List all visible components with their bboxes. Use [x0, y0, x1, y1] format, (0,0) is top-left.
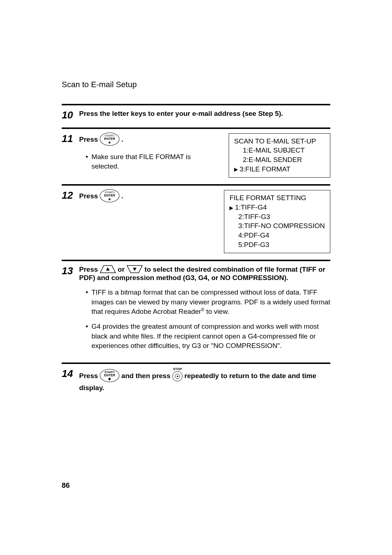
lcd-line: 1:E-MAIL SUBJECT: [234, 146, 325, 155]
page-title: Scan to E-mail Setup: [62, 80, 330, 89]
step-14: 14 Press START/ ENTER ◈ and then press S…: [62, 368, 330, 392]
lcd-line: 4:PDF-G4: [229, 231, 325, 240]
lcd-line: 2:E-MAIL SENDER: [234, 155, 325, 165]
stop-button-icon: STOP: [172, 368, 183, 383]
start-enter-button-icon: START/ ENTER ◈: [100, 189, 119, 202]
divider: [62, 127, 330, 129]
step-10: 10 Press the letter keys to enter your e…: [62, 110, 330, 121]
down-arrow-key-icon: [127, 265, 143, 273]
divider: [62, 184, 330, 186]
svg-marker-3: [133, 268, 136, 271]
lcd-line: 2:TIFF-G3: [229, 212, 325, 222]
step-number: 12: [62, 190, 79, 201]
lcd-line-selected: ▶3:FILE FORMAT: [234, 165, 325, 174]
press-label: Press: [79, 135, 98, 143]
step-13-bullet-1: TIFF is a bitmap format that can be comp…: [86, 288, 330, 317]
divider: [62, 260, 330, 261]
step-10-text: Press the letter keys to enter your e-ma…: [79, 110, 283, 117]
step-13-lead: Press or to select the desired combinati…: [79, 266, 330, 282]
period: .: [121, 192, 123, 200]
step-11: 11 Press START/ ENTER ◈ . Make sure that…: [62, 133, 330, 178]
step-13: 13 Press or to select the desire: [62, 266, 330, 356]
step-13-bullet-2: G4 provides the greatest amount of compr…: [86, 322, 330, 351]
step-12: 12 Press START/ ENTER ◈ . FILE FORMAT SE…: [62, 190, 330, 253]
triangle-right-icon: ▶: [229, 204, 233, 211]
lcd-line: 5:PDF-G3: [229, 240, 325, 250]
step-14-text: Press START/ ENTER ◈ and then press STOP…: [79, 372, 316, 392]
lcd-title: SCAN TO E-MAIL SET-UP: [234, 137, 325, 146]
press-label: Press: [79, 192, 98, 200]
up-arrow-key-icon: [100, 265, 116, 273]
divider: [62, 362, 330, 364]
lcd-panel: SCAN TO E-MAIL SET-UP 1:E-MAIL SUBJECT 2…: [229, 133, 330, 178]
period: .: [121, 135, 123, 143]
start-enter-button-icon: START/ ENTER ◈: [100, 133, 119, 146]
svg-marker-1: [106, 267, 110, 271]
page-number: 86: [62, 481, 70, 490]
step-11-bullet: Make sure that FILE FORMAT is selected.: [86, 152, 218, 171]
step-number: 13: [62, 266, 79, 277]
divider: [62, 104, 330, 105]
start-enter-button-icon: START/ ENTER ◈: [100, 369, 119, 382]
triangle-right-icon: ▶: [234, 166, 238, 173]
step-number: 11: [62, 133, 79, 145]
lcd-panel: FILE FORMAT SETTING ▶1:TIFF-G4 2:TIFF-G3…: [224, 190, 330, 253]
lcd-line: 3:TIFF-NO COMPRESSION: [229, 221, 325, 231]
lcd-line-selected: ▶1:TIFF-G4: [229, 203, 325, 212]
registered-icon: ®: [201, 307, 204, 312]
step-number: 14: [62, 368, 79, 380]
step-number: 10: [62, 110, 79, 121]
lcd-title: FILE FORMAT SETTING: [229, 193, 325, 203]
